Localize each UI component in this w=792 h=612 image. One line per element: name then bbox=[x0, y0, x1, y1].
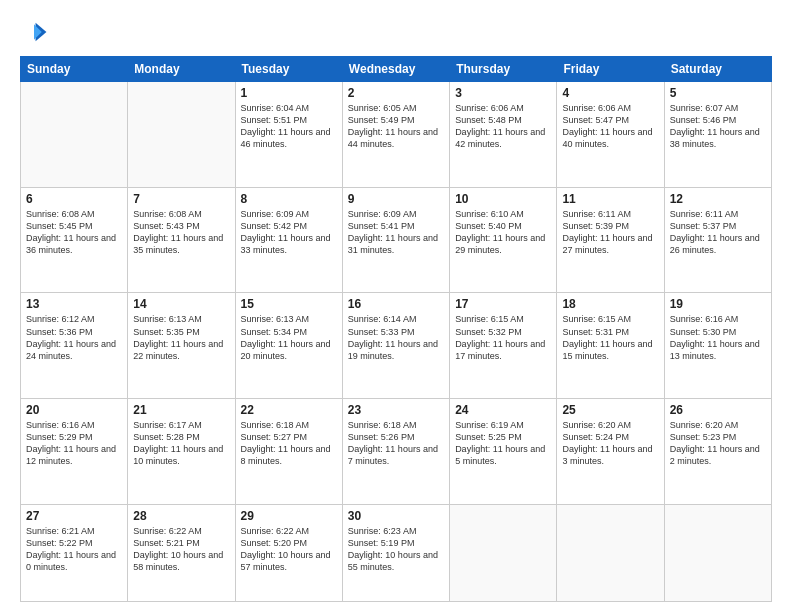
week-row-2: 6Sunrise: 6:08 AM Sunset: 5:45 PM Daylig… bbox=[21, 187, 772, 293]
day-info: Sunrise: 6:15 AM Sunset: 5:32 PM Dayligh… bbox=[455, 313, 551, 362]
day-info: Sunrise: 6:18 AM Sunset: 5:26 PM Dayligh… bbox=[348, 419, 444, 468]
day-info: Sunrise: 6:10 AM Sunset: 5:40 PM Dayligh… bbox=[455, 208, 551, 257]
day-info: Sunrise: 6:07 AM Sunset: 5:46 PM Dayligh… bbox=[670, 102, 766, 151]
day-info: Sunrise: 6:22 AM Sunset: 5:21 PM Dayligh… bbox=[133, 525, 229, 574]
weekday-header-thursday: Thursday bbox=[450, 57, 557, 82]
day-number: 19 bbox=[670, 297, 766, 311]
calendar-table: SundayMondayTuesdayWednesdayThursdayFrid… bbox=[20, 56, 772, 602]
weekday-header-saturday: Saturday bbox=[664, 57, 771, 82]
day-info: Sunrise: 6:13 AM Sunset: 5:34 PM Dayligh… bbox=[241, 313, 337, 362]
calendar-cell: 20Sunrise: 6:16 AM Sunset: 5:29 PM Dayli… bbox=[21, 399, 128, 505]
header bbox=[20, 18, 772, 46]
day-info: Sunrise: 6:19 AM Sunset: 5:25 PM Dayligh… bbox=[455, 419, 551, 468]
calendar-cell bbox=[450, 504, 557, 601]
calendar-cell bbox=[557, 504, 664, 601]
day-info: Sunrise: 6:09 AM Sunset: 5:41 PM Dayligh… bbox=[348, 208, 444, 257]
calendar-cell: 16Sunrise: 6:14 AM Sunset: 5:33 PM Dayli… bbox=[342, 293, 449, 399]
day-number: 22 bbox=[241, 403, 337, 417]
calendar-cell: 1Sunrise: 6:04 AM Sunset: 5:51 PM Daylig… bbox=[235, 82, 342, 188]
day-number: 15 bbox=[241, 297, 337, 311]
calendar-cell: 21Sunrise: 6:17 AM Sunset: 5:28 PM Dayli… bbox=[128, 399, 235, 505]
day-number: 25 bbox=[562, 403, 658, 417]
week-row-4: 20Sunrise: 6:16 AM Sunset: 5:29 PM Dayli… bbox=[21, 399, 772, 505]
calendar-cell: 30Sunrise: 6:23 AM Sunset: 5:19 PM Dayli… bbox=[342, 504, 449, 601]
day-number: 18 bbox=[562, 297, 658, 311]
day-number: 8 bbox=[241, 192, 337, 206]
calendar-cell: 9Sunrise: 6:09 AM Sunset: 5:41 PM Daylig… bbox=[342, 187, 449, 293]
day-number: 21 bbox=[133, 403, 229, 417]
day-info: Sunrise: 6:15 AM Sunset: 5:31 PM Dayligh… bbox=[562, 313, 658, 362]
day-number: 16 bbox=[348, 297, 444, 311]
calendar-cell: 19Sunrise: 6:16 AM Sunset: 5:30 PM Dayli… bbox=[664, 293, 771, 399]
day-number: 5 bbox=[670, 86, 766, 100]
calendar-cell bbox=[664, 504, 771, 601]
day-number: 2 bbox=[348, 86, 444, 100]
day-info: Sunrise: 6:20 AM Sunset: 5:23 PM Dayligh… bbox=[670, 419, 766, 468]
weekday-header-tuesday: Tuesday bbox=[235, 57, 342, 82]
day-number: 27 bbox=[26, 509, 122, 523]
day-number: 23 bbox=[348, 403, 444, 417]
calendar-cell: 17Sunrise: 6:15 AM Sunset: 5:32 PM Dayli… bbox=[450, 293, 557, 399]
day-info: Sunrise: 6:17 AM Sunset: 5:28 PM Dayligh… bbox=[133, 419, 229, 468]
calendar-cell: 13Sunrise: 6:12 AM Sunset: 5:36 PM Dayli… bbox=[21, 293, 128, 399]
calendar-cell: 4Sunrise: 6:06 AM Sunset: 5:47 PM Daylig… bbox=[557, 82, 664, 188]
logo bbox=[20, 18, 52, 46]
day-info: Sunrise: 6:11 AM Sunset: 5:37 PM Dayligh… bbox=[670, 208, 766, 257]
day-info: Sunrise: 6:05 AM Sunset: 5:49 PM Dayligh… bbox=[348, 102, 444, 151]
day-info: Sunrise: 6:04 AM Sunset: 5:51 PM Dayligh… bbox=[241, 102, 337, 151]
calendar-cell: 27Sunrise: 6:21 AM Sunset: 5:22 PM Dayli… bbox=[21, 504, 128, 601]
day-info: Sunrise: 6:21 AM Sunset: 5:22 PM Dayligh… bbox=[26, 525, 122, 574]
calendar-cell: 7Sunrise: 6:08 AM Sunset: 5:43 PM Daylig… bbox=[128, 187, 235, 293]
calendar-cell: 2Sunrise: 6:05 AM Sunset: 5:49 PM Daylig… bbox=[342, 82, 449, 188]
day-number: 3 bbox=[455, 86, 551, 100]
day-number: 10 bbox=[455, 192, 551, 206]
weekday-header-wednesday: Wednesday bbox=[342, 57, 449, 82]
weekday-header-friday: Friday bbox=[557, 57, 664, 82]
day-info: Sunrise: 6:13 AM Sunset: 5:35 PM Dayligh… bbox=[133, 313, 229, 362]
calendar-cell: 18Sunrise: 6:15 AM Sunset: 5:31 PM Dayli… bbox=[557, 293, 664, 399]
calendar-cell: 14Sunrise: 6:13 AM Sunset: 5:35 PM Dayli… bbox=[128, 293, 235, 399]
calendar-cell: 23Sunrise: 6:18 AM Sunset: 5:26 PM Dayli… bbox=[342, 399, 449, 505]
day-number: 29 bbox=[241, 509, 337, 523]
day-info: Sunrise: 6:18 AM Sunset: 5:27 PM Dayligh… bbox=[241, 419, 337, 468]
day-info: Sunrise: 6:16 AM Sunset: 5:29 PM Dayligh… bbox=[26, 419, 122, 468]
day-number: 24 bbox=[455, 403, 551, 417]
day-number: 7 bbox=[133, 192, 229, 206]
calendar-cell: 11Sunrise: 6:11 AM Sunset: 5:39 PM Dayli… bbox=[557, 187, 664, 293]
weekday-header-sunday: Sunday bbox=[21, 57, 128, 82]
week-row-5: 27Sunrise: 6:21 AM Sunset: 5:22 PM Dayli… bbox=[21, 504, 772, 601]
day-number: 1 bbox=[241, 86, 337, 100]
calendar-cell: 5Sunrise: 6:07 AM Sunset: 5:46 PM Daylig… bbox=[664, 82, 771, 188]
calendar-cell: 8Sunrise: 6:09 AM Sunset: 5:42 PM Daylig… bbox=[235, 187, 342, 293]
day-info: Sunrise: 6:09 AM Sunset: 5:42 PM Dayligh… bbox=[241, 208, 337, 257]
calendar-cell: 6Sunrise: 6:08 AM Sunset: 5:45 PM Daylig… bbox=[21, 187, 128, 293]
day-info: Sunrise: 6:14 AM Sunset: 5:33 PM Dayligh… bbox=[348, 313, 444, 362]
logo-icon bbox=[20, 18, 48, 46]
day-number: 4 bbox=[562, 86, 658, 100]
week-row-1: 1Sunrise: 6:04 AM Sunset: 5:51 PM Daylig… bbox=[21, 82, 772, 188]
day-info: Sunrise: 6:12 AM Sunset: 5:36 PM Dayligh… bbox=[26, 313, 122, 362]
day-number: 20 bbox=[26, 403, 122, 417]
day-number: 30 bbox=[348, 509, 444, 523]
weekday-header-row: SundayMondayTuesdayWednesdayThursdayFrid… bbox=[21, 57, 772, 82]
day-info: Sunrise: 6:20 AM Sunset: 5:24 PM Dayligh… bbox=[562, 419, 658, 468]
day-number: 6 bbox=[26, 192, 122, 206]
calendar-cell: 15Sunrise: 6:13 AM Sunset: 5:34 PM Dayli… bbox=[235, 293, 342, 399]
day-number: 26 bbox=[670, 403, 766, 417]
day-number: 28 bbox=[133, 509, 229, 523]
calendar-cell: 24Sunrise: 6:19 AM Sunset: 5:25 PM Dayli… bbox=[450, 399, 557, 505]
day-number: 17 bbox=[455, 297, 551, 311]
calendar-cell: 28Sunrise: 6:22 AM Sunset: 5:21 PM Dayli… bbox=[128, 504, 235, 601]
day-info: Sunrise: 6:06 AM Sunset: 5:47 PM Dayligh… bbox=[562, 102, 658, 151]
calendar-cell: 3Sunrise: 6:06 AM Sunset: 5:48 PM Daylig… bbox=[450, 82, 557, 188]
calendar-cell: 12Sunrise: 6:11 AM Sunset: 5:37 PM Dayli… bbox=[664, 187, 771, 293]
day-info: Sunrise: 6:11 AM Sunset: 5:39 PM Dayligh… bbox=[562, 208, 658, 257]
calendar-cell: 22Sunrise: 6:18 AM Sunset: 5:27 PM Dayli… bbox=[235, 399, 342, 505]
calendar-cell bbox=[21, 82, 128, 188]
calendar-cell: 25Sunrise: 6:20 AM Sunset: 5:24 PM Dayli… bbox=[557, 399, 664, 505]
day-number: 11 bbox=[562, 192, 658, 206]
day-number: 13 bbox=[26, 297, 122, 311]
calendar-cell: 26Sunrise: 6:20 AM Sunset: 5:23 PM Dayli… bbox=[664, 399, 771, 505]
calendar-cell: 29Sunrise: 6:22 AM Sunset: 5:20 PM Dayli… bbox=[235, 504, 342, 601]
calendar-cell bbox=[128, 82, 235, 188]
